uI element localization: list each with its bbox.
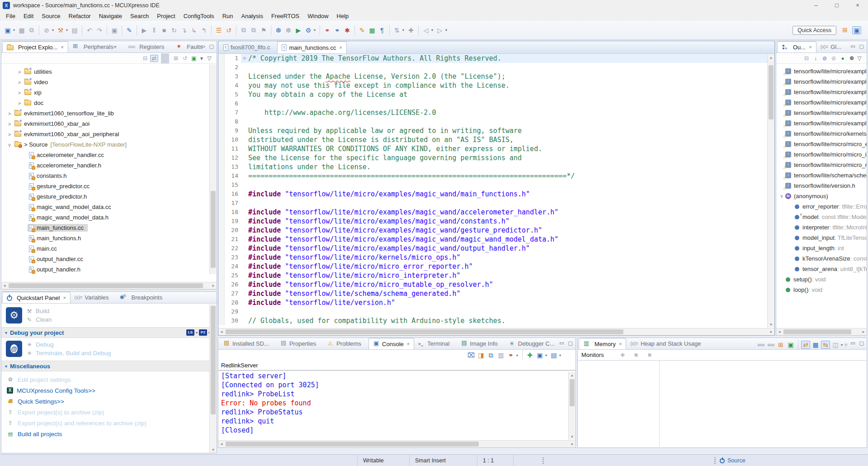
tree-vertical-scrollbar[interactable] bbox=[209, 64, 217, 274]
misc-link[interactable]: X MCUXpresso Config Tools>> bbox=[1, 385, 217, 396]
fold-marker-icon[interactable] bbox=[241, 99, 248, 108]
toolbar-icon[interactable] bbox=[354, 25, 355, 35]
editor-tab[interactable]: fxos8700_fifo.c bbox=[219, 41, 277, 53]
view-toolbar-icon[interactable]: ▣ bbox=[535, 352, 544, 359]
toolbar-icon[interactable]: ↻ bbox=[170, 27, 179, 34]
view-toolbar-icon[interactable]: ↺ bbox=[181, 55, 189, 62]
perspective-icon[interactable]: ▣ bbox=[852, 26, 861, 34]
view-toolbar-icon[interactable]: ⇄ bbox=[150, 55, 158, 62]
menu-item[interactable]: Help bbox=[333, 13, 353, 19]
view-tab[interactable]: (x)= Heap and Stack Usage bbox=[626, 338, 708, 349]
tree-item[interactable]: magic_wand_model_data.h bbox=[1, 212, 113, 223]
outline-item[interactable]: error_reporter : tflite::ErrorReporter* bbox=[776, 201, 867, 212]
view-toolbar-icon[interactable]: ▽ bbox=[205, 55, 213, 62]
debug-section-header[interactable]: ▾ Debug your project LS▾P2▾ bbox=[1, 327, 217, 338]
fold-marker-icon[interactable] bbox=[241, 144, 248, 153]
view-tab[interactable]: Registers bbox=[124, 41, 171, 52]
minimize-button[interactable]: – bbox=[806, 0, 826, 11]
outline-item[interactable]: tensorflow/lite/micro/micro_interpreter.… bbox=[776, 149, 867, 160]
menu-item[interactable]: File bbox=[2, 13, 19, 19]
outline-item[interactable]: setup() : void bbox=[776, 274, 867, 285]
menu-item[interactable]: FreeRTOS bbox=[267, 13, 303, 19]
outline-item[interactable]: tensor_arena : uint8_t[kTensorArenaSize] bbox=[776, 264, 867, 274]
monitor-action-icon[interactable]: ✖ bbox=[645, 352, 654, 358]
build-link[interactable]: ⚒ Build bbox=[26, 308, 52, 314]
fold-marker-icon[interactable] bbox=[241, 307, 248, 316]
tree-item[interactable]: gesture_predictor.h bbox=[1, 191, 91, 202]
tree-item[interactable]: accelerometer_handler.cc bbox=[1, 150, 108, 160]
chevron-icon[interactable]: > bbox=[16, 100, 23, 106]
view-toolbar-icon[interactable]: ⇆ bbox=[821, 341, 830, 349]
view-toolbar-icon[interactable]: ❆ bbox=[848, 55, 856, 62]
tree-item[interactable]: > xip bbox=[1, 87, 46, 98]
view-toolbar-icon[interactable]: ⧉ bbox=[486, 352, 495, 359]
misc-link[interactable]: ▤ Build all projects bbox=[1, 428, 217, 439]
toolbar-icon[interactable]: ▷ bbox=[435, 27, 444, 34]
tree-item[interactable]: > evkmimxrt1060_tensorflow_lite_lib bbox=[1, 108, 118, 119]
view-tab[interactable]: Image Info bbox=[457, 338, 505, 349]
clean-link[interactable]: ✎ Clean bbox=[26, 316, 52, 323]
misc-link[interactable]: ⛘ Quick Settings>> bbox=[1, 396, 217, 407]
toolbar-icon[interactable]: ⚑ bbox=[259, 27, 268, 34]
chevron-icon[interactable]: v bbox=[6, 142, 13, 147]
fold-marker-icon[interactable] bbox=[241, 162, 248, 171]
view-tab[interactable]: Terminal bbox=[414, 338, 457, 349]
view-toolbar-icon[interactable] bbox=[798, 340, 798, 350]
quick-access-button[interactable]: Quick Access bbox=[793, 26, 836, 35]
toolbar-icon[interactable] bbox=[137, 25, 137, 35]
tab-close-icon[interactable]: × bbox=[407, 341, 410, 347]
toolbar-icon[interactable]: ▦ bbox=[17, 27, 26, 34]
perspective-icon[interactable]: ⊞ bbox=[840, 26, 849, 34]
outline-item[interactable]: tensorflow/lite/micro/kernels/micro_ops.… bbox=[776, 128, 867, 139]
fold-marker-icon[interactable] bbox=[241, 90, 248, 99]
outline-item[interactable]: tensorflow/lite/micro/micro_error_report… bbox=[776, 139, 867, 149]
chevron-icon[interactable]: > bbox=[16, 90, 23, 95]
view-toolbar-icon[interactable]: ▾ bbox=[544, 353, 548, 357]
tree-item[interactable]: main_functions.h bbox=[1, 233, 85, 243]
menu-item[interactable]: Edit bbox=[19, 13, 38, 19]
menu-item[interactable]: Analysis bbox=[237, 13, 267, 19]
view-toolbar-icon[interactable]: ◫ bbox=[831, 341, 840, 348]
outline-item[interactable]: input_length : int bbox=[776, 243, 867, 253]
toolbar-icon[interactable]: ↴ bbox=[179, 27, 189, 34]
fold-marker-icon[interactable] bbox=[241, 171, 248, 181]
view-tab[interactable]: Debugger C... bbox=[505, 338, 562, 349]
toolbar-icon[interactable]: ▾ bbox=[312, 28, 317, 32]
view-toolbar-icon[interactable]: ▾ bbox=[198, 55, 206, 62]
misc-link[interactable]: ⇪ Export project(s) and references to ar… bbox=[1, 418, 217, 428]
toolbar-icon[interactable]: ◁ bbox=[421, 27, 430, 34]
fold-marker-icon[interactable] bbox=[241, 298, 248, 307]
toolbar-icon[interactable]: ⚭ bbox=[333, 27, 342, 34]
terminate-build-debug-link[interactable]: ✳ Terminate, Build and Debug bbox=[26, 350, 111, 357]
menu-item[interactable]: Source bbox=[38, 13, 64, 19]
view-toolbar-icon[interactable]: 1010 bbox=[756, 343, 765, 347]
outline-horizontal-scrollbar[interactable]: ◂ ▸ bbox=[776, 328, 867, 335]
tree-item[interactable]: gesture_predictor.cc bbox=[1, 181, 94, 191]
view-toolbar-icon[interactable]: ▥ bbox=[496, 352, 505, 359]
toolbar-icon[interactable] bbox=[122, 25, 122, 35]
outline-item[interactable]: tensorflow/lite/micro/examples/magic_wan… bbox=[776, 76, 867, 87]
toolbar-icon[interactable]: ✱ bbox=[343, 27, 352, 34]
view-toolbar-icon[interactable]: ▣ bbox=[190, 55, 198, 62]
fold-marker-icon[interactable]: ⊖ bbox=[241, 54, 248, 63]
toolbar-icon[interactable]: ▾ bbox=[12, 28, 16, 32]
probe-badge[interactable]: P2 bbox=[199, 329, 207, 336]
toolbar-icon[interactable]: ▾ bbox=[401, 28, 406, 32]
console-log[interactable]: [Started server][Connected on port 3025]… bbox=[218, 371, 576, 434]
toolbar-icon[interactable]: ✚ bbox=[406, 27, 415, 34]
tree-item[interactable]: output_handler.cc bbox=[1, 254, 87, 264]
fold-marker-icon[interactable] bbox=[241, 244, 248, 253]
tree-item[interactable]: > evkmimxrt1060_xbar_aoi bbox=[1, 119, 94, 129]
debug-link[interactable]: ✳ Debug bbox=[26, 341, 111, 348]
toolbar-icon[interactable] bbox=[271, 25, 271, 35]
view-tab[interactable]: Quickstart Panel × bbox=[2, 292, 71, 303]
tree-item[interactable]: > utilities bbox=[1, 67, 56, 77]
fold-marker-icon[interactable] bbox=[241, 253, 248, 262]
view-tab[interactable]: Properties bbox=[276, 338, 323, 349]
toolbar-icon[interactable]: ‖ bbox=[150, 27, 159, 34]
toolbar-icon[interactable]: ▣ bbox=[110, 27, 119, 34]
toolbar-icon[interactable] bbox=[320, 25, 320, 35]
toolbar-icon[interactable]: ▶ bbox=[140, 27, 149, 34]
view-toolbar-icon[interactable]: ◨ bbox=[476, 352, 486, 359]
view-toolbar-icon[interactable]: ▤ bbox=[549, 352, 558, 359]
